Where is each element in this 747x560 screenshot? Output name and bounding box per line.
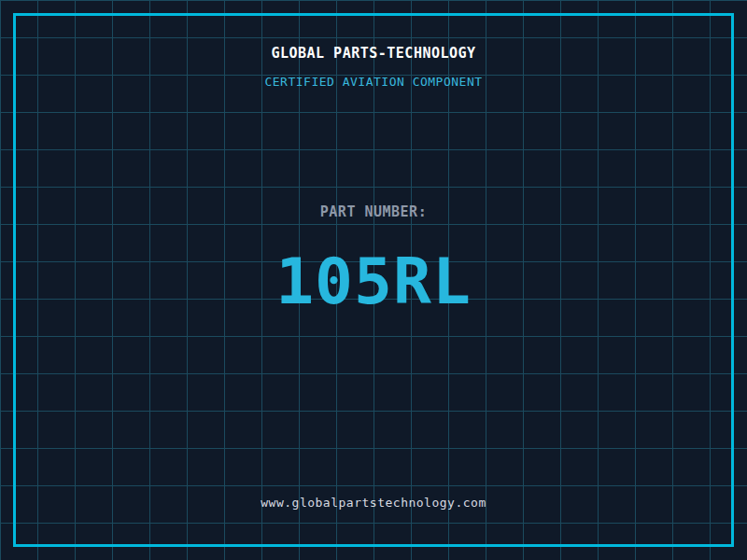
part-number-value: 105RL [0, 250, 747, 314]
part-number-label: PART NUMBER: [0, 204, 747, 219]
blueprint-label-screen: GLOBAL PARTS-TECHNOLOGY CERTIFIED AVIATI… [0, 0, 747, 560]
website-url: www.globalpartstechnology.com [0, 496, 747, 510]
company-title: GLOBAL PARTS-TECHNOLOGY [0, 47, 747, 61]
certification-subtitle: CERTIFIED AVIATION COMPONENT [0, 76, 747, 89]
